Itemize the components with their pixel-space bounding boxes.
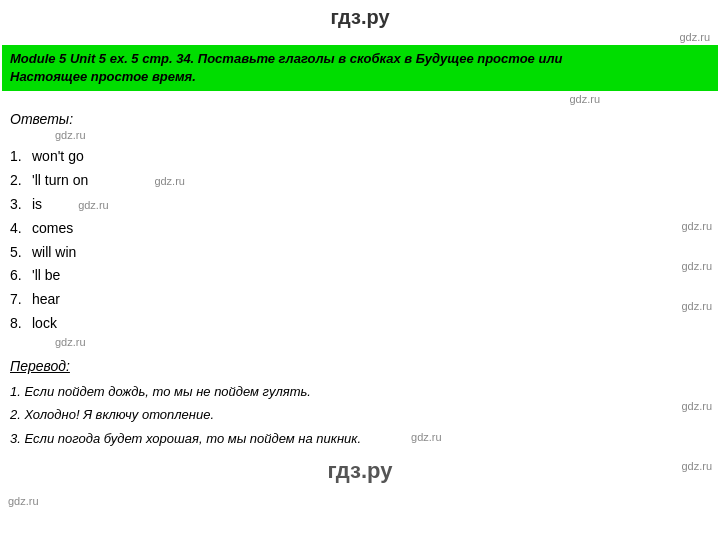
- inline-wm-row2: gdz.ru: [154, 172, 185, 191]
- site-title: гдз.ру: [0, 0, 720, 31]
- translation-item-1: 1. Если пойдет дождь, то мы не пойдем гу…: [10, 380, 720, 403]
- translation-label: Перевод:: [10, 358, 720, 374]
- right-wm-3: gdz.ru: [681, 300, 712, 312]
- answer-row-2: 2. 'll turn on gdz.ru: [10, 169, 720, 193]
- answer-row-6: 6. 'll be: [10, 264, 720, 288]
- answer-num-2: 2.: [10, 169, 32, 193]
- wm-after-8: gdz.ru: [55, 336, 720, 348]
- answers-list: 1. won't go 2. 'll turn on gdz.ru 3. is …: [10, 145, 720, 335]
- answer-text-4: comes: [32, 217, 73, 241]
- answer-text-6: 'll be: [32, 264, 60, 288]
- left-bottom-wm: gdz.ru: [8, 495, 39, 507]
- answer-num-4: 4.: [10, 217, 32, 241]
- task-banner-line1: Module 5 Unit 5 ex. 5 стр. 34. Поставьте…: [10, 51, 562, 66]
- banner-watermark: gdz.ru: [0, 93, 720, 105]
- task-banner: Module 5 Unit 5 ex. 5 стр. 34. Поставьте…: [2, 45, 718, 91]
- translation-list: 1. Если пойдет дождь, то мы не пойдем гу…: [10, 380, 720, 450]
- inline-wm-row3: gdz.ru: [78, 196, 109, 215]
- answer-row-3: 3. is gdz.ru: [10, 193, 720, 217]
- mid-right-wm: gdz.ru: [681, 460, 712, 472]
- big-bottom-watermark: гдз.ру: [0, 458, 720, 484]
- answer-num-3: 3.: [10, 193, 32, 217]
- answer-row-5: 5. will win: [10, 241, 720, 265]
- answer-row-7: 7. hear: [10, 288, 720, 312]
- answer-text-1: won't go: [32, 145, 84, 169]
- answer-row-1: 1. won't go: [10, 145, 720, 169]
- answer-text-3: is: [32, 193, 42, 217]
- translation-item-2: 2. Холодно! Я включу отопление.: [10, 403, 720, 426]
- answer-num-6: 6.: [10, 264, 32, 288]
- answer-text-2: 'll turn on: [32, 169, 88, 193]
- answer-num-5: 5.: [10, 241, 32, 265]
- header-watermark: gdz.ru: [0, 31, 720, 43]
- answer-text-8: lock: [32, 312, 57, 336]
- answer-num-8: 8.: [10, 312, 32, 336]
- answers-label: Ответы:: [10, 111, 720, 127]
- answer-text-5: will win: [32, 241, 76, 265]
- task-banner-line2: Настоящее простое время.: [10, 69, 196, 84]
- right-wm-4: gdz.ru: [681, 400, 712, 412]
- translation-item-3: 3. Если погода будет хорошая, то мы пойд…: [10, 427, 361, 450]
- answer-num-7: 7.: [10, 288, 32, 312]
- answer-text-7: hear: [32, 288, 60, 312]
- inline-wm-trans: gdz.ru: [411, 428, 442, 448]
- right-wm-1: gdz.ru: [681, 220, 712, 232]
- right-wm-2: gdz.ru: [681, 260, 712, 272]
- answers-top-watermark: gdz.ru: [55, 129, 720, 141]
- answer-num-1: 1.: [10, 145, 32, 169]
- answer-row-8: 8. lock: [10, 312, 720, 336]
- answer-row-4: 4. comes: [10, 217, 720, 241]
